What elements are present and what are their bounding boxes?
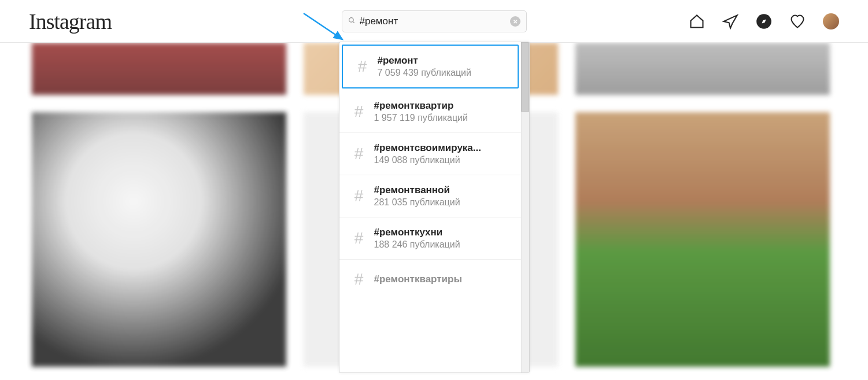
- result-tag: #ремонтквартиры: [374, 274, 462, 285]
- post-thumbnail[interactable]: [575, 112, 830, 367]
- dropdown-scrollbar-thumb[interactable]: [521, 42, 529, 112]
- search-input[interactable]: [360, 16, 507, 27]
- search-results-list: # #ремонт 7 059 439 публикаций # #ремонт…: [339, 42, 521, 372]
- search-result-item[interactable]: # #ремонтсвоимирука... 149 088 публикаци…: [339, 133, 521, 175]
- search-container: # #ремонт 7 059 439 публикаций # #ремонт…: [342, 10, 527, 32]
- result-count: 7 059 439 публикаций: [378, 68, 471, 78]
- search-result-item[interactable]: # #ремонтквартир 1 957 119 публикаций: [339, 91, 521, 133]
- hashtag-icon: #: [348, 187, 371, 205]
- home-icon[interactable]: [689, 13, 705, 29]
- top-navigation-bar: Instagram # #ремонт 7 059 439 публикаций: [0, 0, 868, 43]
- post-thumbnail[interactable]: [32, 43, 286, 95]
- result-count: 281 035 публикаций: [374, 197, 460, 208]
- post-thumbnail[interactable]: [32, 112, 286, 367]
- hashtag-icon: #: [348, 102, 371, 121]
- search-result-item[interactable]: # #ремонтквартиры: [339, 260, 521, 289]
- post-thumbnail[interactable]: [575, 43, 830, 95]
- result-tag: #ремонтванной: [374, 185, 460, 196]
- explore-icon[interactable]: [756, 13, 772, 29]
- profile-avatar[interactable]: [823, 13, 839, 29]
- dropdown-scrollbar-track[interactable]: [521, 42, 529, 372]
- result-count: 149 088 публикаций: [374, 155, 481, 165]
- messages-icon[interactable]: [722, 13, 738, 29]
- search-result-item[interactable]: # #ремонт 7 059 439 публикаций: [342, 45, 519, 88]
- result-tag: #ремонт: [378, 55, 471, 67]
- result-tag: #ремонткухни: [374, 227, 460, 238]
- result-tag: #ремонтквартир: [374, 100, 468, 112]
- result-count: 188 246 публикаций: [374, 239, 460, 250]
- result-tag: #ремонтсвоимирука...: [374, 142, 481, 154]
- clear-search-icon[interactable]: [510, 16, 520, 27]
- search-dropdown: # #ремонт 7 059 439 публикаций # #ремонт…: [339, 42, 530, 373]
- hashtag-icon: #: [348, 229, 371, 248]
- search-field[interactable]: [342, 10, 527, 32]
- svg-line-1: [353, 21, 354, 23]
- search-result-item[interactable]: # #ремонтванной 281 035 публикаций: [339, 175, 521, 217]
- nav-icons: [689, 13, 839, 29]
- activity-icon[interactable]: [789, 13, 806, 29]
- hashtag-icon: #: [348, 270, 371, 289]
- hashtag-icon: #: [351, 57, 374, 76]
- result-count: 1 957 119 публикаций: [374, 113, 468, 123]
- search-icon: [348, 17, 356, 26]
- instagram-logo[interactable]: Instagram: [29, 9, 112, 34]
- search-result-item[interactable]: # #ремонткухни 188 246 публикаций: [339, 217, 521, 260]
- hashtag-icon: #: [348, 145, 371, 163]
- svg-point-0: [349, 18, 353, 23]
